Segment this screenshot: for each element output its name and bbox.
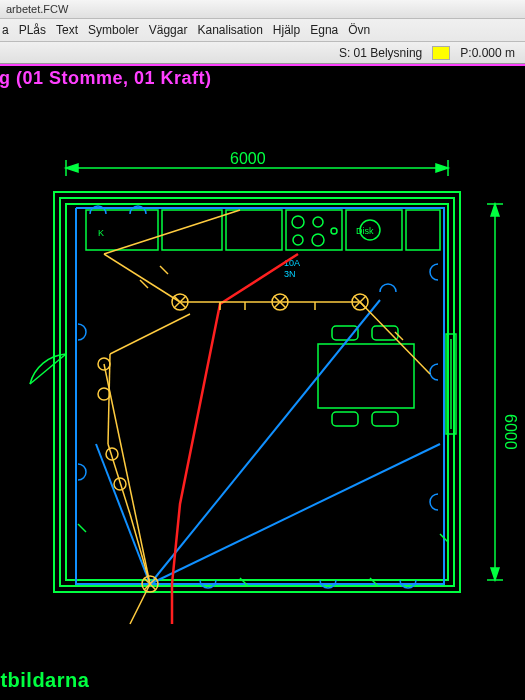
color-swatch[interactable]: [432, 46, 450, 60]
label-disk: Disk: [356, 226, 374, 236]
statusbar: S: 01 Belysning P:0.000 m: [0, 42, 525, 64]
svg-rect-14: [162, 210, 222, 250]
svg-point-22: [312, 234, 324, 246]
svg-rect-1: [60, 198, 454, 586]
svg-line-73: [78, 524, 86, 532]
titlebar: arbetet.FCW: [0, 0, 525, 19]
svg-rect-18: [406, 210, 440, 250]
label-k: K: [98, 228, 104, 238]
svg-rect-28: [332, 412, 358, 426]
svg-line-43: [110, 314, 190, 354]
svg-line-44: [104, 364, 150, 584]
svg-point-20: [313, 217, 323, 227]
svg-rect-13: [86, 210, 158, 250]
green-ticks: [78, 524, 448, 586]
svg-rect-25: [318, 344, 414, 408]
kitchen-counter: [86, 210, 440, 250]
menu-egna[interactable]: Egna: [310, 23, 338, 37]
svg-line-37: [150, 444, 440, 584]
svg-line-36: [150, 300, 380, 584]
label-3n: 3N: [284, 269, 296, 279]
status-layer[interactable]: S: 01 Belysning: [333, 46, 428, 60]
svg-rect-29: [372, 412, 398, 426]
radiator: [446, 334, 456, 434]
svg-line-40: [104, 254, 180, 302]
svg-point-23: [331, 228, 337, 234]
svg-marker-12: [491, 568, 499, 580]
svg-rect-2: [66, 204, 448, 580]
dim-top-text: 6000: [230, 150, 266, 167]
menu-vaggar[interactable]: Väggar: [149, 23, 188, 37]
svg-rect-17: [346, 210, 402, 250]
status-coords: P:0.000 m: [454, 46, 521, 60]
svg-point-59: [98, 388, 110, 400]
svg-line-48: [130, 584, 150, 624]
menu-hjalp[interactable]: Hjälp: [273, 23, 300, 37]
menu-symboler[interactable]: Symboler: [88, 23, 139, 37]
wiring-yellow: [104, 210, 430, 624]
menu-plas[interactable]: PLås: [19, 23, 46, 37]
svg-line-38: [96, 444, 150, 584]
svg-line-42: [360, 302, 430, 374]
menu-a[interactable]: a: [2, 23, 9, 37]
dim-right-text: 6000: [502, 414, 519, 450]
svg-point-19: [292, 216, 304, 228]
table-set: [318, 326, 414, 426]
menu-kanalisation[interactable]: Kanalisation: [197, 23, 262, 37]
wiring-blue: [76, 208, 444, 584]
menu-text[interactable]: Text: [56, 23, 78, 37]
svg-line-47: [130, 514, 150, 584]
svg-point-21: [293, 235, 303, 245]
menu-ovn[interactable]: Övn: [348, 23, 370, 37]
outlets-blue: [78, 206, 438, 588]
svg-line-39: [104, 210, 240, 254]
svg-marker-11: [491, 204, 499, 216]
svg-marker-7: [436, 164, 448, 172]
svg-rect-15: [226, 210, 282, 250]
svg-line-66: [160, 266, 168, 274]
drawing-svg: 6000 6000 K Disk 10A: [0, 64, 525, 698]
menubar: a PLås Text Symboler Väggar Kanalisation…: [0, 19, 525, 42]
dimension-right: [487, 204, 503, 580]
label-10a: 10A: [284, 258, 300, 268]
svg-marker-6: [66, 164, 78, 172]
drawing-viewport[interactable]: 1ning (01 Stomme, 01 Kraft) ikutbildarna…: [0, 64, 525, 698]
lights-yellow: [98, 266, 403, 592]
file-name: arbetet.FCW: [6, 3, 68, 15]
